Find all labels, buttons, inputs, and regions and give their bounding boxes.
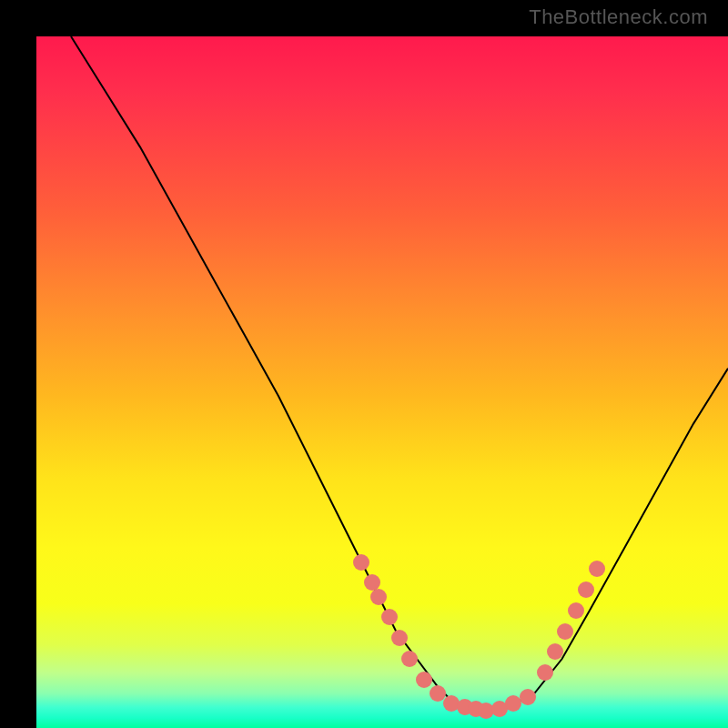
plot-area <box>36 36 728 728</box>
data-point <box>557 623 573 640</box>
bottleneck-curve <box>71 36 728 711</box>
curve-svg <box>36 36 728 728</box>
data-point <box>589 561 605 577</box>
data-point <box>568 602 584 619</box>
data-point <box>537 664 553 681</box>
data-point <box>547 643 563 660</box>
data-point <box>520 689 536 705</box>
watermark-text: TheBottleneck.com <box>529 5 708 29</box>
data-point <box>401 651 418 667</box>
data-point <box>370 589 387 605</box>
data-point <box>381 609 398 625</box>
chart-frame <box>18 18 710 710</box>
data-point <box>578 581 594 598</box>
data-point <box>416 672 432 688</box>
data-point <box>353 554 369 571</box>
data-point <box>391 630 408 646</box>
